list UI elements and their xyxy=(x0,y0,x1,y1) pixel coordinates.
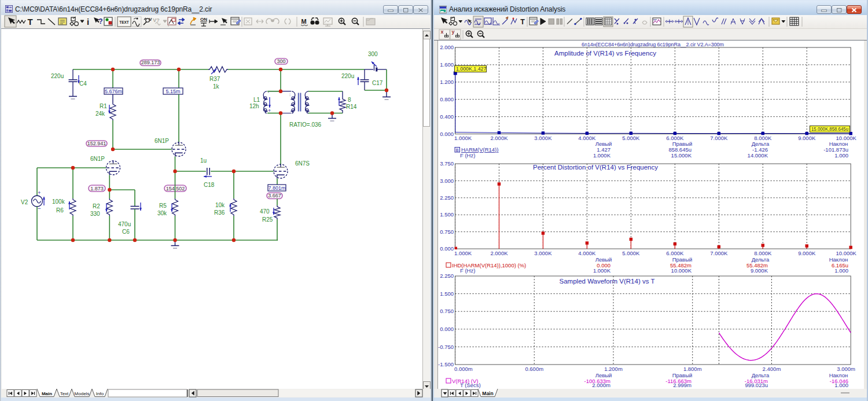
svg-text:Правый: Правый xyxy=(672,141,693,147)
svg-text:289.173: 289.173 xyxy=(141,60,160,65)
svg-text:6n14н(ECC84+6н6n)drugzadrug 6c: 6n14н(ECC84+6н6n)drugzadrug 6c19pnRa__2.… xyxy=(582,42,724,47)
svg-text:1k: 1k xyxy=(213,83,220,90)
svg-text:30k: 30k xyxy=(157,210,167,216)
svg-text:9.000K: 9.000K xyxy=(798,250,816,256)
svg-text:5.676m: 5.676m xyxy=(105,89,122,94)
svg-text:3.667: 3.667 xyxy=(268,193,281,198)
svg-text:R5: R5 xyxy=(159,203,167,209)
svg-text:0.000: 0.000 xyxy=(440,245,454,252)
svg-text:3.750: 3.750 xyxy=(440,160,454,167)
svg-text:Дельта: Дельта xyxy=(752,141,770,147)
svg-text:i: i xyxy=(87,17,89,27)
svg-text:0.000m: 0.000m xyxy=(454,366,473,372)
svg-text:T: T xyxy=(27,17,32,27)
svg-text:9.000K: 9.000K xyxy=(751,267,768,274)
svg-text:Info: Info xyxy=(96,391,104,396)
svg-text:V2: V2 xyxy=(21,199,28,205)
svg-text:1.200: 1.200 xyxy=(440,79,454,85)
svg-text:B: B xyxy=(456,148,459,152)
svg-text:Models: Models xyxy=(75,391,90,396)
svg-text:15.000K: 15.000K xyxy=(671,152,692,159)
svg-text:+: + xyxy=(38,189,41,196)
svg-text:C18: C18 xyxy=(204,182,215,188)
svg-text:R37: R37 xyxy=(209,76,220,82)
svg-text:10k: 10k xyxy=(215,202,225,208)
svg-text:15.000K,858.645u: 15.000K,858.645u xyxy=(811,126,848,132)
svg-text:2.400m: 2.400m xyxy=(763,366,781,372)
svg-text:R14: R14 xyxy=(346,104,357,110)
svg-text:y: y xyxy=(451,29,454,35)
svg-text:V: V xyxy=(149,17,152,21)
svg-text:T: T xyxy=(520,18,525,26)
svg-text:M: M xyxy=(301,18,306,25)
svg-text:24k: 24k xyxy=(95,111,105,117)
svg-text:−: − xyxy=(38,205,41,212)
svg-text:300: 300 xyxy=(277,58,285,64)
svg-text:9.000K: 9.000K xyxy=(798,135,816,141)
svg-text:470: 470 xyxy=(260,208,270,215)
svg-text:0.800: 0.800 xyxy=(440,96,454,102)
svg-text:0.000: 0.000 xyxy=(440,131,454,137)
svg-text:7.000K: 7.000K xyxy=(710,135,728,141)
svg-text:2.250: 2.250 xyxy=(440,194,454,201)
svg-text:R36: R36 xyxy=(214,209,225,216)
svg-text:1.000K: 1.000K xyxy=(593,152,611,159)
svg-text:470u: 470u xyxy=(118,221,131,227)
svg-text:Наклон: Наклон xyxy=(829,141,848,147)
svg-text:6N7S: 6N7S xyxy=(295,160,310,167)
svg-text:3.000m: 3.000m xyxy=(837,366,855,372)
svg-text:TEXT: TEXT xyxy=(119,20,129,24)
svg-text:6N1P: 6N1P xyxy=(155,138,169,144)
svg-text:3.000K: 3.000K xyxy=(534,135,552,141)
svg-text:8.000K: 8.000K xyxy=(754,250,772,256)
svg-text:-1.500: -1.500 xyxy=(438,361,454,367)
svg-text:1.000K: 1.000K xyxy=(593,267,611,274)
svg-text:8: 8 xyxy=(348,97,351,103)
svg-text:5.000K: 5.000K xyxy=(622,135,640,141)
svg-text:L1: L1 xyxy=(253,97,260,103)
svg-text:1.800m: 1.800m xyxy=(683,366,702,372)
svg-text:0.750: 0.750 xyxy=(440,229,454,235)
svg-text:1u: 1u xyxy=(200,157,207,164)
svg-text:ON: ON xyxy=(200,17,207,22)
svg-text:1.000: 1.000 xyxy=(834,152,848,159)
svg-text:1.873: 1.873 xyxy=(90,186,104,192)
svg-text:330: 330 xyxy=(90,211,100,217)
svg-text:10.000K: 10.000K xyxy=(671,267,692,274)
svg-text:R2: R2 xyxy=(93,203,100,209)
svg-text:1.000K: 1.000K xyxy=(454,135,472,141)
svg-text:-0.750: -0.750 xyxy=(438,344,454,350)
svg-text:T (Secs): T (Secs) xyxy=(460,382,481,388)
svg-text:Main: Main xyxy=(482,391,493,396)
svg-text:100k: 100k xyxy=(52,198,65,205)
svg-text:R6: R6 xyxy=(56,207,64,214)
svg-text:Amplitude of V(R14) vs Frequen: Amplitude of V(R14) vs Frequency xyxy=(554,50,656,57)
svg-text:7.000K: 7.000K xyxy=(710,250,728,256)
svg-text:152.941: 152.941 xyxy=(87,141,106,146)
svg-text:220u: 220u xyxy=(51,73,64,79)
svg-text:RATIO=.036: RATIO=.036 xyxy=(289,122,322,128)
svg-text:1.500: 1.500 xyxy=(440,211,454,218)
svg-text:0.000: 0.000 xyxy=(440,326,454,332)
svg-text:C17: C17 xyxy=(372,80,383,86)
svg-text:300: 300 xyxy=(368,51,378,57)
svg-text:999.023u: 999.023u xyxy=(745,382,768,388)
svg-text:2.000K: 2.000K xyxy=(490,135,508,141)
svg-text:4.000K: 4.000K xyxy=(578,135,596,141)
svg-text:F (Hz): F (Hz) xyxy=(460,152,475,159)
svg-text:R1: R1 xyxy=(100,103,107,109)
svg-text:1.000: 1.000 xyxy=(834,382,848,388)
svg-text:1.000K: 1.000K xyxy=(454,250,472,256)
svg-text:1.600: 1.600 xyxy=(440,61,454,68)
svg-text:R25: R25 xyxy=(262,216,273,223)
svg-text:2.000: 2.000 xyxy=(440,44,454,50)
svg-text:1.000K,1.427: 1.000K,1.427 xyxy=(456,66,486,72)
svg-text:Percent Distortion of V(R14) v: Percent Distortion of V(R14) vs Frequenc… xyxy=(533,164,658,171)
svg-text:2.999m: 2.999m xyxy=(673,382,692,388)
svg-text:0.400: 0.400 xyxy=(440,113,454,120)
svg-text:1.500: 1.500 xyxy=(440,290,454,297)
svg-text:+: + xyxy=(268,108,271,113)
svg-text:220u: 220u xyxy=(341,73,354,79)
svg-text:Левый: Левый xyxy=(595,141,612,147)
svg-text:1.200m: 1.200m xyxy=(604,366,623,372)
